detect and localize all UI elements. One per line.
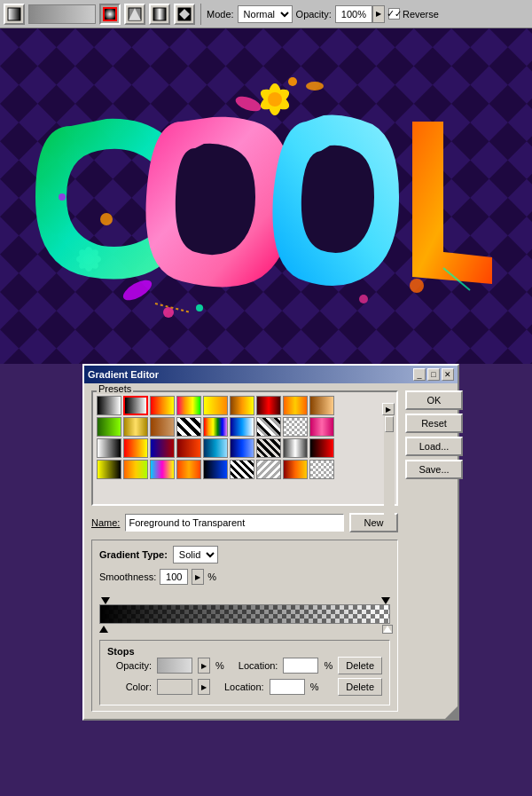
svg-point-32 <box>120 276 154 304</box>
toolbar: Mode: Normal Opacity: 100% ▶ ✓ Reverse <box>0 0 532 28</box>
linear-gradient-tool[interactable] <box>4 4 25 25</box>
preset-19[interactable] <box>97 438 121 458</box>
preset-17[interactable] <box>283 417 308 437</box>
preset-23[interactable] <box>203 438 228 458</box>
maximize-button[interactable]: □ <box>427 368 440 381</box>
reflected-gradient-tool[interactable] <box>149 4 170 25</box>
diamond-gradient-tool[interactable] <box>174 4 195 25</box>
color-stop-row: Color: ▶ Location: % Delete <box>107 678 382 696</box>
save-button[interactable]: Save... <box>405 460 463 479</box>
opacity-stop-arrow-left[interactable] <box>101 597 110 604</box>
color-stop-arrow-right[interactable] <box>383 626 392 633</box>
preset-15[interactable] <box>230 417 254 437</box>
preset-4[interactable] <box>176 396 201 415</box>
opacity-input[interactable]: 100% <box>335 5 372 23</box>
presets-scrollbar[interactable] <box>384 415 395 516</box>
opacity-stepper[interactable]: ▶ <box>372 5 385 23</box>
smoothness-input[interactable]: 100 <box>160 569 188 585</box>
opacity-stop-preview[interactable] <box>157 658 192 674</box>
preset-6[interactable] <box>230 396 254 415</box>
preset-31[interactable] <box>176 460 201 479</box>
preset-13[interactable] <box>176 417 201 437</box>
smoothness-stepper[interactable]: ▶ <box>192 569 204 585</box>
color-stop-right[interactable] <box>383 626 392 633</box>
preset-12[interactable] <box>150 417 175 437</box>
preset-14[interactable] <box>203 417 228 437</box>
preset-18[interactable] <box>309 417 334 437</box>
opacity-location-unit: % <box>324 660 332 671</box>
svg-point-30 <box>100 213 113 225</box>
scrollbar-thumb[interactable] <box>385 416 394 432</box>
preset-21[interactable] <box>150 438 175 458</box>
preset-7[interactable] <box>256 396 281 415</box>
preset-fg-transparent[interactable] <box>123 396 148 415</box>
opacity-stop-left[interactable] <box>101 597 110 604</box>
preset-16[interactable] <box>256 417 281 437</box>
color-location-input[interactable] <box>270 679 305 695</box>
load-button[interactable]: Load... <box>405 437 463 456</box>
preset-10[interactable] <box>97 417 121 437</box>
stops-group: Stops Opacity: ▶ % Location: % Delete <box>99 640 390 705</box>
preset-5[interactable] <box>203 396 228 415</box>
gradient-bar-container <box>99 592 390 636</box>
preset-30[interactable] <box>150 460 175 479</box>
close-button[interactable]: ✕ <box>442 368 454 381</box>
preset-27[interactable] <box>309 438 334 458</box>
reset-button[interactable]: Reset <box>405 414 463 433</box>
smoothness-row: Smoothness: 100 ▶ % <box>99 569 390 585</box>
opacity-stop-label: Opacity: <box>107 660 152 671</box>
preset-28[interactable] <box>97 460 121 479</box>
preset-35[interactable] <box>283 460 308 479</box>
preset-36[interactable] <box>309 460 334 479</box>
gradient-type-select[interactable]: Solid <box>173 546 218 564</box>
preset-24[interactable] <box>230 438 254 458</box>
dialog-titlebar[interactable]: Gradient Editor _ □ ✕ <box>84 366 458 383</box>
color-location-unit: % <box>310 682 319 692</box>
color-stop-stepper[interactable]: ▶ <box>198 679 210 695</box>
color-delete-button[interactable]: Delete <box>338 678 382 696</box>
gradient-type-row: Gradient Type: Solid <box>99 546 390 564</box>
preset-20[interactable] <box>123 438 148 458</box>
opacity-stop-right[interactable] <box>381 597 390 604</box>
canvas-area <box>0 28 532 364</box>
resize-handle[interactable] <box>445 706 458 719</box>
reverse-checkbox[interactable]: ✓ <box>388 8 400 20</box>
preset-11[interactable] <box>123 417 148 437</box>
gradient-type-label: Gradient Type: <box>99 549 168 560</box>
preset-3[interactable] <box>150 396 175 415</box>
radial-gradient-tool[interactable] <box>99 4 121 25</box>
preset-32[interactable] <box>203 460 228 479</box>
dialog-body: Presets ▶ <box>84 383 458 719</box>
preset-9[interactable] <box>309 396 334 415</box>
opacity-stop-stepper[interactable]: ▶ <box>198 658 210 674</box>
minimize-button[interactable]: _ <box>413 368 426 381</box>
opacity-stop-arrow-right[interactable] <box>381 597 390 604</box>
preset-33[interactable] <box>230 460 254 479</box>
svg-rect-1 <box>104 8 116 20</box>
color-stop-arrow-left[interactable] <box>99 626 108 633</box>
angle-gradient-tool[interactable] <box>124 4 145 25</box>
gradient-bar-fill <box>100 605 389 623</box>
dialog-controls: _ □ ✕ <box>413 368 454 381</box>
svg-point-26 <box>196 304 203 311</box>
preset-29[interactable] <box>123 460 148 479</box>
preset-8[interactable] <box>283 396 308 415</box>
ok-button[interactable]: OK <box>405 390 463 410</box>
mode-select[interactable]: Normal <box>238 5 293 23</box>
color-stop-label: Color: <box>107 682 152 692</box>
presets-menu-button[interactable]: ▶ <box>382 403 395 415</box>
preset-bw[interactable] <box>97 396 121 415</box>
color-stop-left[interactable] <box>99 626 108 633</box>
preset-25[interactable] <box>256 438 281 458</box>
opacity-location-input[interactable] <box>283 658 318 674</box>
gradient-name-input[interactable]: Foreground to Transparent <box>125 514 344 532</box>
opacity-location-label: Location: <box>239 660 278 671</box>
preset-34[interactable] <box>256 460 281 479</box>
gradient-bar[interactable] <box>99 604 390 624</box>
gradient-preview-toolbar[interactable] <box>28 4 96 24</box>
preset-26[interactable] <box>283 438 308 458</box>
preset-22[interactable] <box>176 438 201 458</box>
opacity-delete-button[interactable]: Delete <box>338 657 382 674</box>
smoothness-label: Smoothness: <box>99 571 156 582</box>
color-stop-preview[interactable] <box>157 679 192 695</box>
